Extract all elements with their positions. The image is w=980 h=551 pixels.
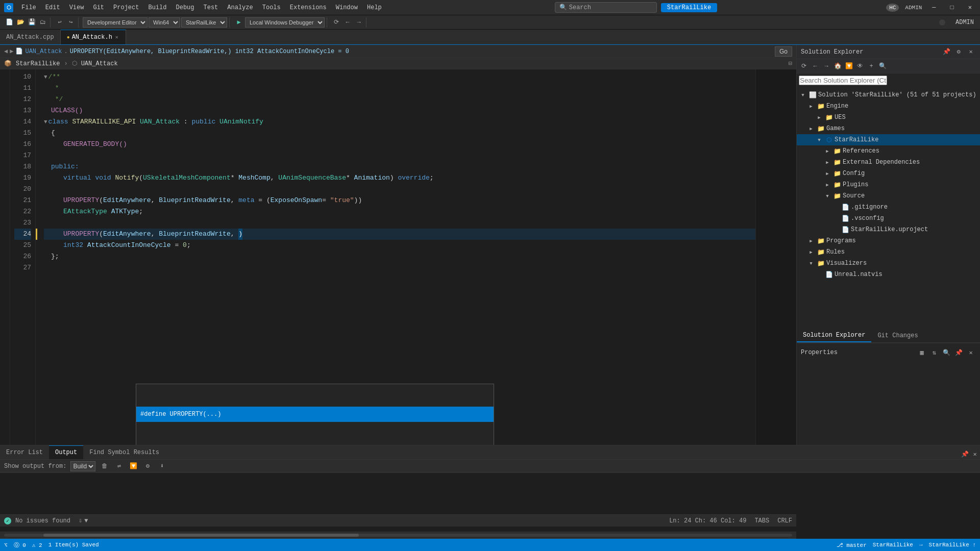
menu-file[interactable]: File (17, 3, 40, 12)
output-filter-button[interactable]: 🔽 (128, 461, 138, 471)
refresh-button[interactable]: ⟳ (331, 17, 341, 28)
se-tab-explorer[interactable]: Solution Explorer (797, 329, 871, 342)
expand-games[interactable] (807, 126, 815, 132)
se-collapse-button[interactable]: ✕ (966, 47, 976, 57)
close-button[interactable]: ✕ (964, 3, 976, 12)
tab-output[interactable]: Output (49, 445, 83, 459)
se-search-button[interactable]: 🔍 (877, 61, 888, 71)
expand-config[interactable] (823, 171, 831, 177)
expand-solution[interactable] (799, 92, 807, 98)
save-button[interactable]: 💾 (27, 17, 37, 28)
menu-window[interactable]: Window (332, 3, 362, 12)
se-forward-button[interactable]: → (821, 61, 831, 71)
fold-14[interactable]: ▼ (44, 116, 47, 128)
prop-close-button[interactable]: ✕ (966, 347, 976, 358)
profile-select[interactable]: Development Editor (83, 17, 148, 28)
go-button[interactable]: Go (775, 46, 792, 57)
bottom-panel-close[interactable]: ✕ (970, 449, 980, 459)
prop-sort-button[interactable]: ⇅ (929, 347, 939, 358)
se-new-button[interactable]: + (866, 61, 876, 71)
fold-10[interactable]: ▼ (44, 71, 47, 83)
open-file-button[interactable]: 📂 (15, 17, 26, 28)
go-back-icon[interactable]: ◀ (4, 47, 8, 55)
redo-button[interactable]: ↪ (66, 17, 76, 28)
back-button[interactable]: ← (342, 17, 353, 28)
tree-starraillike[interactable]: ⬡ StarRailLike (797, 134, 980, 145)
forward-button[interactable]: → (354, 17, 364, 28)
go-forward-icon[interactable]: ▶ (10, 47, 13, 55)
debugger-select[interactable]: Local Windows Debugger (245, 17, 325, 28)
output-wrap-button[interactable]: ⇌ (114, 461, 124, 471)
menu-git[interactable]: Git (89, 3, 108, 12)
expand-ues[interactable] (815, 115, 823, 120)
menu-debug[interactable]: Debug (172, 3, 198, 12)
new-file-button[interactable]: 📄 (4, 17, 14, 28)
tab-an-attack-cpp[interactable]: AN_Attack.cpp (0, 30, 61, 44)
se-filter-button[interactable]: 🔽 (844, 61, 854, 71)
platform-select[interactable]: Win64 (149, 17, 180, 28)
tree-games[interactable]: 📁 Games (797, 123, 980, 134)
prop-filter-button[interactable]: 🔍 (941, 347, 951, 358)
tree-external-deps[interactable]: 📁 External Dependencies (797, 157, 980, 168)
menu-tools[interactable]: Tools (258, 3, 285, 12)
bottom-panel-pin[interactable]: 📌 (960, 449, 970, 459)
tree-rules[interactable]: 📁 Rules (797, 246, 980, 258)
expand-engine[interactable] (807, 104, 815, 109)
menu-project[interactable]: Project (109, 3, 143, 12)
menu-edit[interactable]: Edit (41, 3, 64, 12)
collapse-icon[interactable]: ⊟ (789, 60, 792, 67)
expand-references[interactable] (823, 148, 831, 154)
expand-rules[interactable] (807, 249, 815, 255)
expand-source[interactable] (823, 193, 831, 199)
tree-natvis[interactable]: 📄 Unreal.natvis (797, 269, 980, 280)
se-back-button[interactable]: ← (810, 61, 820, 71)
error-filter[interactable]: ⇩ ▼ (79, 517, 88, 524)
expand-visualizers[interactable] (807, 261, 815, 266)
tree-solution-root[interactable]: ⬜ Solution 'StarRailLike' (51 of 51 proj… (797, 89, 980, 101)
prop-pin-button[interactable]: 📌 (953, 347, 964, 358)
tree-visualizers[interactable]: 📁 Visualizers (797, 258, 980, 269)
tree-uproject[interactable]: 📄 StarRailLike.uproject (797, 224, 980, 235)
breadcrumb-class[interactable]: UAN_Attack (25, 48, 62, 55)
minimize-button[interactable]: — (928, 3, 940, 12)
menu-help[interactable]: Help (363, 3, 386, 12)
tree-config[interactable]: 📁 Config (797, 168, 980, 179)
prop-grid-button[interactable]: ▦ (917, 347, 927, 358)
tree-gitignore[interactable]: 📄 .gitignore (797, 202, 980, 213)
maximize-button[interactable]: □ (946, 3, 958, 12)
menu-extensions[interactable]: Extensions (286, 3, 331, 12)
se-settings-button[interactable]: ⚙ (953, 47, 964, 57)
tab-close-button[interactable]: ✕ (114, 34, 119, 40)
expand-external-deps[interactable] (823, 160, 831, 165)
tree-plugins[interactable]: 📁 Plugins (797, 179, 980, 190)
tree-programs[interactable]: 📁 Programs (797, 235, 980, 246)
code-editor[interactable]: ▼ /** * */ UCLASS() (36, 69, 755, 445)
menu-test[interactable]: Test (200, 3, 223, 12)
tree-engine[interactable]: 📁 Engine (797, 101, 980, 112)
se-tab-git[interactable]: Git Changes (871, 329, 924, 342)
horizontal-scrollbar[interactable] (0, 532, 796, 539)
expand-plugins[interactable] (823, 182, 831, 188)
se-home-button[interactable]: 🏠 (832, 61, 843, 71)
tree-ues[interactable]: 📁 UES (797, 112, 980, 123)
output-clear-button[interactable]: 🗑 (100, 461, 110, 471)
se-view-button[interactable]: 👁 (855, 61, 865, 71)
se-search-input[interactable] (799, 76, 887, 85)
scrollbar-thumb[interactable] (43, 534, 359, 537)
output-settings-button[interactable]: ⚙ (142, 461, 153, 471)
output-source-select[interactable]: Build (70, 461, 95, 471)
breadcrumb-member[interactable]: UPROPERTY(EditAnywhere, BlueprintReadWri… (70, 48, 349, 55)
undo-button[interactable]: ↩ (55, 17, 65, 28)
minimap[interactable] (755, 69, 796, 445)
tree-source[interactable]: 📁 Source (797, 190, 980, 202)
repo-info[interactable]: ⎇ master (837, 542, 867, 548)
expand-programs[interactable] (807, 238, 815, 244)
start-debug-button[interactable]: ▶ (234, 17, 244, 28)
se-sync-button[interactable]: ⟳ (799, 61, 809, 71)
tab-error-list[interactable]: Error List (0, 445, 49, 459)
tree-references[interactable]: 📁 References (797, 145, 980, 157)
scrollbar-track[interactable] (4, 534, 792, 537)
search-box[interactable]: 🔍 Search (555, 2, 657, 13)
tree-vsconfig[interactable]: 📄 .vsconfig (797, 213, 980, 224)
se-pin-button[interactable]: 📌 (941, 47, 951, 57)
